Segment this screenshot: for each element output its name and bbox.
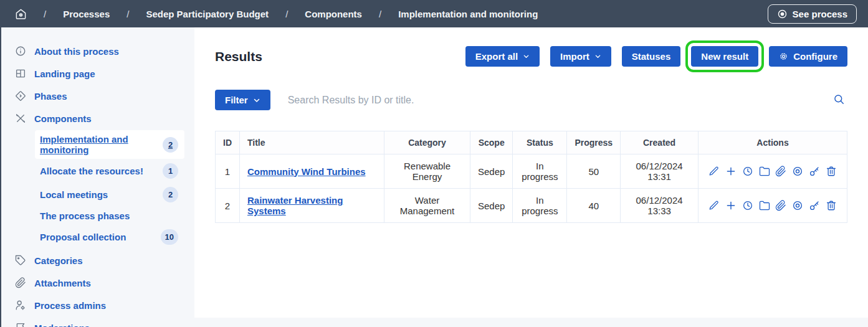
- sidebar-item-moderations[interactable]: Moderations: [0, 316, 194, 327]
- table-row: 2 Rainwater Harvesting Systems Water Man…: [216, 189, 847, 223]
- breadcrumb-processes[interactable]: Processes: [63, 9, 110, 19]
- import-label: Import: [560, 51, 589, 62]
- result-status: In progress: [513, 154, 567, 189]
- sidebar-item-label: Process admins: [34, 300, 106, 311]
- breadcrumb-bar: / Processes / Sedep Participatory Budget…: [0, 0, 868, 27]
- phases-diamond-icon: [15, 90, 26, 102]
- filter-button[interactable]: Filter: [215, 90, 270, 110]
- window-left-edge: [0, 0, 1, 327]
- sidebar-subitem-the-process-phases[interactable]: The process phases: [35, 207, 184, 225]
- eye-icon: [777, 9, 788, 19]
- result-id: 2: [216, 189, 240, 223]
- sidebar-subitem-local-meetings[interactable]: Local meetings 2: [35, 183, 184, 206]
- column-header-progress: Progress: [567, 131, 621, 154]
- sidebar-item-label: Phases: [34, 91, 67, 102]
- chevron-down-icon: [594, 53, 601, 60]
- table-row: 1 Community Wind Turbines Renewable Ener…: [216, 154, 847, 189]
- history-icon[interactable]: [742, 166, 753, 177]
- home-icon[interactable]: [15, 8, 27, 20]
- sidebar-item-components[interactable]: Components: [0, 107, 194, 130]
- subitem-label: The process phases: [40, 211, 130, 221]
- statuses-button[interactable]: Statuses: [622, 46, 681, 67]
- table-header-row: ID Title Category Scope Status Progress …: [216, 131, 847, 154]
- sidebar-item-label: Attachments: [34, 278, 91, 288]
- result-scope: Sedep: [470, 189, 513, 223]
- add-icon[interactable]: [725, 166, 737, 177]
- permissions-key-icon[interactable]: [809, 200, 820, 211]
- search-icon[interactable]: [831, 91, 847, 110]
- result-title-link[interactable]: Rainwater Harvesting Systems: [247, 195, 343, 216]
- edit-icon[interactable]: [708, 200, 720, 211]
- new-result-label: New result: [701, 51, 748, 62]
- result-id: 1: [216, 154, 240, 189]
- result-created: 06/12/2024 13:33: [621, 189, 699, 223]
- attachment-icon[interactable]: [775, 166, 786, 177]
- breadcrumb-process-name[interactable]: Sedep Participatory Budget: [146, 9, 269, 19]
- layout-icon: [15, 68, 26, 79]
- result-progress: 50: [567, 154, 621, 189]
- gear-icon: [779, 52, 788, 61]
- history-icon[interactable]: [742, 200, 753, 211]
- row-actions: [708, 166, 837, 177]
- folder-icon[interactable]: [759, 166, 770, 177]
- breadcrumb-components[interactable]: Components: [305, 9, 362, 19]
- sidebar-item-label: Categories: [34, 255, 83, 266]
- components-sub-list: Implementation and monitoring 2 Allocate…: [35, 130, 184, 249]
- delete-icon[interactable]: [826, 200, 837, 211]
- see-process-label: See process: [793, 9, 847, 19]
- sidebar-item-categories[interactable]: Categories: [0, 249, 194, 272]
- tag-icon: [15, 255, 26, 266]
- import-button[interactable]: Import: [550, 46, 611, 67]
- export-all-button[interactable]: Export all: [465, 46, 540, 67]
- breadcrumb-current-component[interactable]: Implementation and monitoring: [398, 9, 538, 19]
- delete-icon[interactable]: [826, 166, 837, 177]
- chevron-down-icon: [523, 53, 530, 60]
- count-badge: 10: [161, 229, 178, 245]
- preview-icon[interactable]: [792, 200, 803, 211]
- result-progress: 40: [567, 189, 621, 223]
- result-scope: Sedep: [470, 154, 513, 189]
- sidebar-subitem-proposal-collection[interactable]: Proposal collection 10: [35, 225, 184, 249]
- sidebar-item-about[interactable]: About this process: [0, 40, 194, 62]
- breadcrumb-separator: /: [285, 9, 288, 19]
- count-badge: 2: [163, 187, 178, 202]
- see-process-button[interactable]: See process: [768, 4, 857, 24]
- result-category: Renewable Energy: [384, 154, 470, 189]
- configure-button[interactable]: Configure: [769, 46, 847, 67]
- subitem-label: Local meetings: [40, 189, 108, 200]
- sidebar-item-phases[interactable]: Phases: [0, 85, 194, 107]
- sidebar-item-attachments[interactable]: Attachments: [0, 272, 194, 294]
- count-badge: 1: [163, 163, 178, 179]
- subitem-label: Allocate the resources!: [40, 166, 143, 176]
- breadcrumb-separator: /: [126, 9, 129, 19]
- sidebar-subitem-allocate-the-resources[interactable]: Allocate the resources! 1: [35, 159, 184, 182]
- column-header-actions: Actions: [699, 131, 847, 154]
- breadcrumb: / Processes / Sedep Participatory Budget…: [15, 8, 538, 20]
- flag-icon: [15, 322, 26, 327]
- filter-label: Filter: [225, 95, 248, 105]
- column-header-status: Status: [513, 131, 567, 154]
- process-sidebar: About this process Landing page Phases: [0, 27, 194, 318]
- breadcrumb-separator: /: [44, 9, 46, 19]
- result-title-link[interactable]: Community Wind Turbines: [247, 166, 366, 177]
- preview-icon[interactable]: [792, 166, 803, 177]
- row-actions: [708, 200, 837, 211]
- paperclip-icon: [15, 277, 26, 288]
- page-title: Results: [215, 49, 262, 64]
- column-header-created: Created: [621, 131, 699, 154]
- search-input[interactable]: [288, 95, 826, 106]
- attachment-icon[interactable]: [775, 200, 786, 211]
- edit-icon[interactable]: [708, 166, 720, 177]
- results-panel: Results Export all Import Statuses: [194, 27, 868, 318]
- subitem-label: Implementation and monitoring: [40, 134, 163, 155]
- new-result-button[interactable]: New result: [691, 46, 758, 67]
- configure-label: Configure: [793, 51, 837, 62]
- sidebar-item-landing-page[interactable]: Landing page: [0, 62, 194, 85]
- folder-icon[interactable]: [759, 200, 770, 211]
- results-table: ID Title Category Scope Status Progress …: [215, 131, 847, 223]
- sidebar-subitem-implementation-and-monitoring[interactable]: Implementation and monitoring 2: [35, 130, 184, 159]
- add-icon[interactable]: [725, 200, 737, 211]
- sidebar-item-process-admins[interactable]: Process admins: [0, 294, 194, 316]
- permissions-key-icon[interactable]: [809, 166, 820, 177]
- user-gear-icon: [15, 300, 26, 311]
